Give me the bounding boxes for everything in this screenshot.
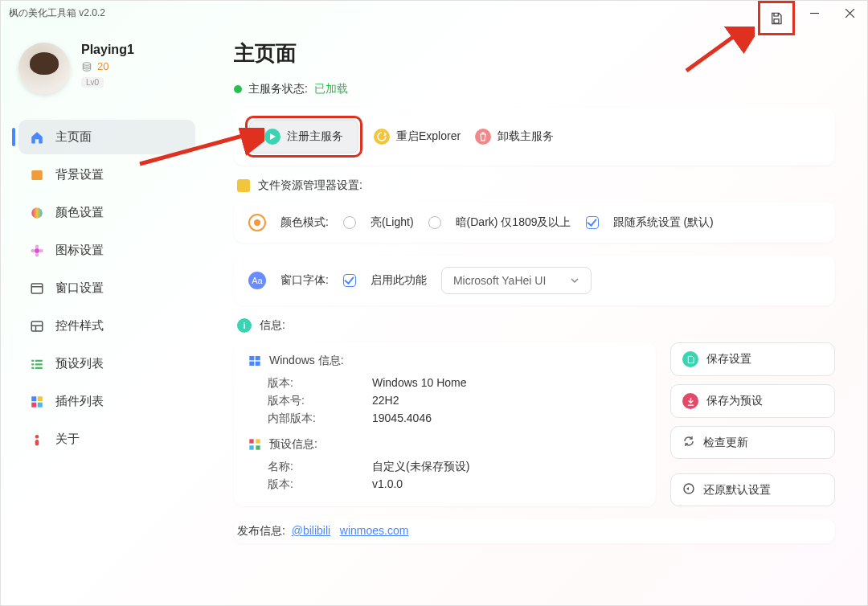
- preset-ver-value: v1.0.0: [372, 477, 403, 492]
- status-label: 主服务状态:: [248, 82, 308, 96]
- winmoes-link[interactable]: winmoes.com: [340, 524, 409, 537]
- nav-control[interactable]: 控件样式: [18, 309, 195, 343]
- page-title: 主页面: [234, 39, 835, 68]
- restore-default-button[interactable]: 还原默认设置: [670, 473, 835, 506]
- info-section-label: 信息:: [260, 318, 285, 333]
- info-icon: [30, 432, 44, 447]
- svg-rect-5: [31, 170, 43, 180]
- window-icon: [30, 281, 44, 296]
- home-icon: [30, 130, 44, 145]
- svg-point-8: [35, 244, 39, 248]
- svg-rect-24: [38, 396, 43, 401]
- svg-rect-21: [31, 366, 34, 368]
- nav-background[interactable]: 背景设置: [18, 158, 195, 192]
- win-build-key: 版本号:: [268, 394, 372, 408]
- svg-rect-25: [31, 402, 36, 407]
- font-enable-check[interactable]: [343, 274, 356, 287]
- svg-rect-33: [249, 439, 253, 443]
- save-small-icon: [682, 351, 698, 367]
- coin-icon: [81, 61, 92, 72]
- status-dot-icon: [234, 85, 242, 93]
- svg-rect-18: [35, 359, 43, 361]
- info-section-icon: i: [237, 318, 252, 333]
- save-settings-button[interactable]: 保存设置: [670, 342, 835, 376]
- nav-about[interactable]: 关于: [18, 422, 195, 457]
- status-value: 已加载: [314, 82, 348, 96]
- follow-system-check[interactable]: [586, 216, 599, 229]
- trash-icon: [475, 129, 491, 145]
- svg-rect-26: [38, 402, 43, 407]
- preset-info-header: 预设信息:: [269, 437, 317, 452]
- windows-logo-icon: [248, 354, 261, 367]
- download-icon: [682, 393, 698, 409]
- register-service-button[interactable]: 注册主服务: [249, 120, 358, 154]
- svg-rect-31: [249, 362, 254, 366]
- svg-rect-3: [774, 18, 779, 23]
- svg-rect-35: [249, 445, 253, 449]
- font-aa-icon: Aa: [248, 272, 266, 289]
- svg-rect-27: [35, 435, 39, 439]
- light-radio[interactable]: [343, 216, 356, 229]
- svg-rect-29: [249, 356, 254, 360]
- svg-rect-12: [31, 284, 43, 293]
- win-internal-key: 内部版本:: [268, 412, 372, 426]
- folder-icon: [237, 179, 250, 192]
- username: Playing1: [81, 43, 134, 57]
- svg-point-9: [39, 248, 43, 252]
- save-icon-highlight[interactable]: [758, 1, 795, 35]
- dark-radio[interactable]: [428, 216, 441, 229]
- svg-rect-32: [256, 362, 260, 366]
- nav-preset[interactable]: 预设列表: [18, 346, 195, 381]
- flower-icon: [30, 244, 44, 258]
- svg-rect-22: [35, 366, 43, 368]
- win-version-value: Windows 10 Home: [372, 376, 467, 391]
- grid-icon: [30, 395, 44, 409]
- coin-count: 20: [81, 60, 134, 72]
- publish-label: 发布信息:: [237, 524, 285, 537]
- svg-point-6: [31, 207, 43, 219]
- font-label: 窗口字体:: [280, 273, 329, 288]
- dark-label: 暗(Dark) 仅1809及以上: [456, 215, 571, 230]
- chevron-down-icon: [570, 276, 579, 285]
- color-mode-label: 颜色模式:: [280, 215, 329, 230]
- svg-rect-30: [256, 356, 260, 360]
- font-enable-label: 启用此功能: [371, 273, 427, 288]
- save-preset-button[interactable]: 保存为预设: [670, 384, 835, 418]
- restart-icon: [374, 129, 390, 145]
- refresh-icon: [682, 435, 695, 450]
- svg-rect-20: [35, 363, 43, 365]
- svg-point-10: [35, 253, 39, 257]
- level-badge: Lv0: [81, 77, 104, 88]
- check-update-button[interactable]: 检查更新: [670, 426, 835, 459]
- sun-icon: [248, 214, 266, 231]
- nav-icon[interactable]: 图标设置: [18, 233, 195, 268]
- layout-icon: [30, 319, 44, 334]
- restart-explorer-button[interactable]: 重启Explorer: [374, 119, 461, 154]
- bilibili-link[interactable]: @bilibili: [292, 524, 330, 537]
- close-button[interactable]: [832, 1, 867, 25]
- svg-rect-34: [256, 439, 260, 443]
- explorer-section-label: 文件资源管理器设置:: [258, 178, 362, 193]
- palette-icon: [30, 206, 44, 220]
- win-version-key: 版本:: [268, 376, 372, 391]
- light-label: 亮(Light): [371, 215, 414, 230]
- list-icon: [30, 357, 44, 371]
- preset-grid-icon: [248, 438, 261, 451]
- svg-rect-36: [256, 445, 260, 449]
- nav-window[interactable]: 窗口设置: [18, 271, 195, 305]
- image-icon: [30, 168, 44, 182]
- nav-color[interactable]: 颜色设置: [18, 195, 195, 230]
- nav-home[interactable]: 主页面: [18, 120, 195, 154]
- nav-plugin[interactable]: 插件列表: [18, 384, 195, 419]
- window-title: 枫の美化工具箱 v2.0.2: [9, 6, 105, 20]
- svg-rect-28: [35, 440, 39, 446]
- svg-rect-23: [31, 396, 36, 401]
- preset-name-key: 名称:: [268, 460, 372, 474]
- minimize-button[interactable]: [796, 1, 832, 25]
- svg-point-11: [31, 248, 35, 252]
- preset-name-value: 自定义(未保存预设): [372, 460, 469, 474]
- avatar[interactable]: [18, 43, 70, 94]
- preset-ver-key: 版本:: [268, 477, 372, 492]
- uninstall-service-button[interactable]: 卸载主服务: [475, 119, 554, 154]
- font-select[interactable]: Microsoft YaHei UI: [441, 267, 592, 294]
